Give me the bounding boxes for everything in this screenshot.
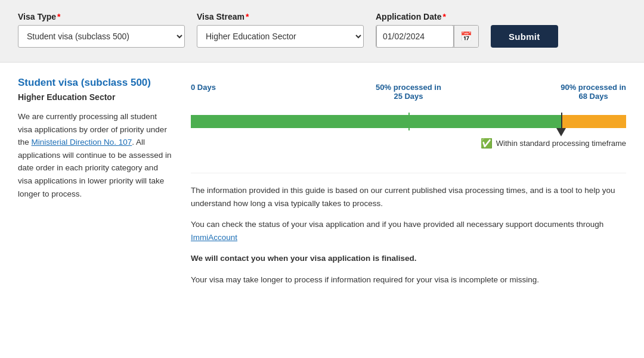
processing-chart: 0 Days 50% processed in25 Days 90% proce… [191,77,626,161]
status-icon: ✅ [481,138,493,149]
info-para-2: You can check the status of your visa ap… [191,218,626,244]
visa-type-required: * [57,12,60,21]
status-text: Within standard processing timeframe [496,139,626,148]
form-row: Visa Type* Student visa (subclass 500) V… [18,12,626,48]
visa-stream-required: * [246,12,249,21]
visa-type-label: Visa Type* [18,12,185,21]
info-para-1: The information provided in this guide i… [191,184,626,210]
visa-stream-group: Visa Stream* Higher Education Sector [197,12,364,48]
visa-heading: Student visa (subclass 500) [18,77,173,89]
calendar-button[interactable]: 📅 [454,25,478,48]
date-input-wrap: 📅 [376,25,479,48]
processing-bar-container [191,115,626,128]
visa-type-group: Visa Type* Student visa (subclass 500) [18,12,185,48]
status-badge: ✅ Within standard processing timeframe [191,138,626,149]
bar-orange [561,115,627,128]
main-content: Student visa (subclass 500) Higher Educa… [0,63,644,309]
chart-labels: 0 Days 50% processed in25 Days 90% proce… [191,83,626,113]
top-bar: Visa Type* Student visa (subclass 500) V… [0,0,644,63]
tick-50 [408,113,410,130]
application-date-required: * [442,12,445,21]
application-date-group: Application Date* 📅 [376,12,479,48]
current-day-marker [556,128,566,136]
ministerial-direction-link[interactable]: Ministerial Direction No. 107 [32,138,132,147]
description-paragraph: We are currently processing all student … [18,110,173,200]
application-date-label: Application Date* [376,12,479,21]
application-date-input[interactable] [376,25,454,48]
visa-stream-label: Visa Stream* [197,12,364,21]
immi-account-link[interactable]: ImmiAccount [191,233,237,242]
submit-button[interactable]: Submit [491,25,558,48]
info-para-3: We will contact you when your visa appli… [191,252,626,265]
bar-green [191,115,561,128]
label-90-days: 90% processed in68 Days [561,83,626,101]
left-panel: Student visa (subclass 500) Higher Educa… [18,77,173,295]
label-50-days: 50% processed in25 Days [376,83,441,101]
label-0-days: 0 Days [191,83,216,92]
visa-type-select[interactable]: Student visa (subclass 500) [18,25,185,48]
right-panel: 0 Days 50% processed in25 Days 90% proce… [191,77,626,295]
info-para-4: Your visa may take longer to process if … [191,273,626,287]
visa-subtitle: Higher Education Sector [18,92,173,102]
info-section: The information provided in this guide i… [191,173,626,287]
visa-stream-select[interactable]: Higher Education Sector [197,25,364,48]
